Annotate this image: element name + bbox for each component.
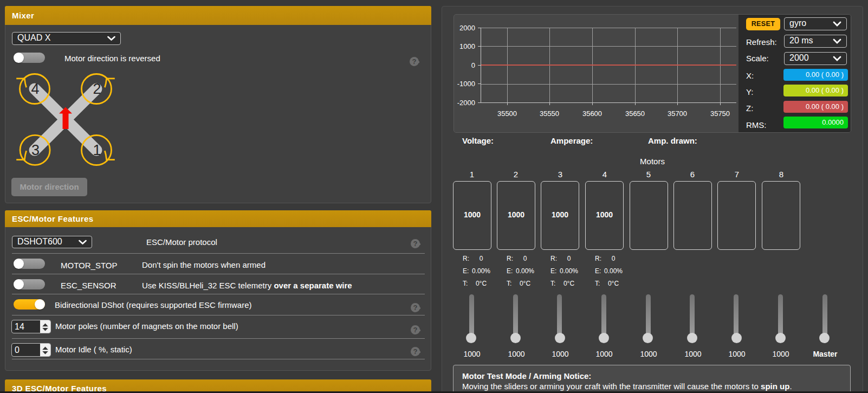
svg-text:3: 3	[31, 142, 40, 158]
svg-text:2: 2	[93, 81, 101, 97]
svg-text:1: 1	[93, 142, 101, 158]
svg-text:4: 4	[31, 81, 39, 97]
